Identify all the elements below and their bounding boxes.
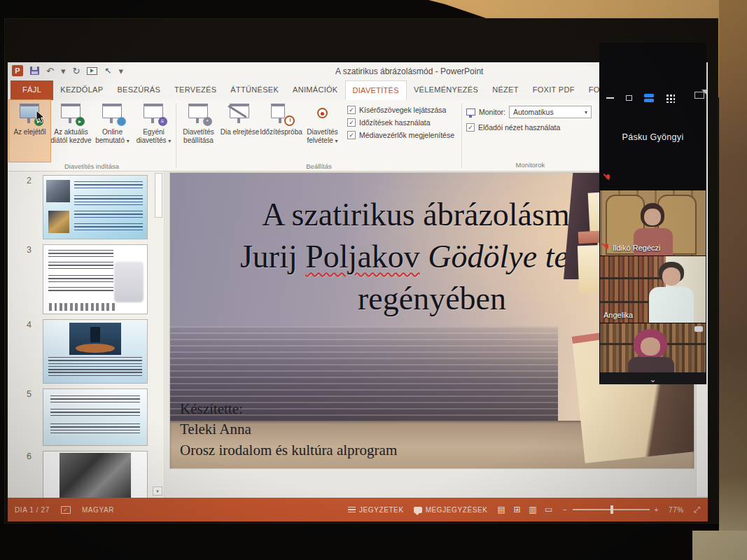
record-slideshow-icon: [310, 104, 335, 126]
tab-foxit-pdf[interactable]: FOXIT PDF: [526, 80, 582, 100]
presenter-view-checkbox[interactable]: ✓ Előadói nézet használata: [466, 123, 592, 132]
present-online-icon: [100, 104, 125, 126]
group-label-setup: Beállítás: [178, 162, 460, 172]
video-options-icon[interactable]: [694, 326, 703, 332]
zoom-level[interactable]: 77%: [669, 506, 684, 514]
dropdown-arrow-icon: ▾: [127, 138, 130, 144]
thumbnail-image: [69, 323, 121, 355]
desk-corner: [692, 531, 747, 560]
redo-icon[interactable]: ↻: [72, 66, 80, 76]
slide-5-thumbnail[interactable]: [43, 388, 148, 446]
author-name: Teleki Anna: [180, 419, 397, 440]
slide-thumbnail-3[interactable]: 3: [43, 244, 148, 314]
start-slideshow-icon[interactable]: [87, 67, 97, 75]
slide-thumbnail-6[interactable]: 6: [43, 451, 148, 498]
thumbnail-text: [48, 275, 113, 282]
tab-beszuras[interactable]: BESZÚRÁS: [110, 80, 167, 100]
touch-mode-icon[interactable]: ↖: [104, 66, 111, 76]
tab-diavetites[interactable]: DIAVETÍTÉS: [345, 80, 407, 100]
share-screen-icon[interactable]: [694, 92, 704, 99]
use-timings-checkbox[interactable]: ✓ Időzítések használata: [347, 118, 454, 127]
save-icon[interactable]: [30, 66, 39, 75]
zoom-in-button[interactable]: +: [655, 506, 659, 514]
comments-toggle[interactable]: MEGJEGYZÉSEK: [414, 506, 488, 514]
thumbnail-text: [50, 396, 140, 402]
participant-video-tile[interactable]: Angelika: [600, 255, 706, 323]
monitor-screen: P ↶ ▾ ↻ ↖ ▾ A szatirikus ábrázolásmód - …: [4, 18, 718, 524]
speaker-view-icon[interactable]: [644, 94, 654, 102]
record-slideshow-button[interactable]: Diavetítés felvétele ▾: [302, 100, 343, 162]
setup-slideshow-button[interactable]: * Diavetítés beállítása: [178, 100, 219, 162]
setup-slideshow-icon: *: [186, 104, 211, 126]
author-program: Orosz irodalom és kultúra alprogram: [180, 440, 397, 461]
custom-slideshow-button[interactable]: ≡ Egyéni diavetítés ▾: [133, 100, 174, 162]
thumbnail-scrollbar[interactable]: [155, 173, 162, 218]
present-online-label: Online bemutató ▾: [92, 128, 133, 145]
customize-qat-icon[interactable]: ▾: [118, 66, 123, 76]
dropdown-arrow-icon: ▾: [168, 138, 171, 144]
misspelled-word: Poljakov: [305, 239, 420, 274]
tab-animaciok[interactable]: ANIMÁCIÓK: [286, 80, 344, 100]
ribbon-group-setup: * Diavetítés beállítása Dia elrejtése: [178, 100, 460, 171]
spell-check-icon[interactable]: ✓: [61, 506, 71, 514]
fit-to-window-button[interactable]: ⤢: [694, 505, 701, 514]
thumbnail-scroll-down-button[interactable]: ▾: [153, 486, 162, 496]
tab-velemenyezes[interactable]: VÉLEMÉNYEZÉS: [407, 80, 485, 100]
slide-sorter-button[interactable]: ⊞: [514, 505, 522, 514]
tab-file[interactable]: FÁJL: [11, 80, 53, 100]
participant-figure: [649, 287, 694, 323]
undo-dropdown-icon[interactable]: ▾: [61, 66, 66, 76]
host-name-label: Pásku Gyöngyi: [599, 132, 706, 142]
photo-frame: P ↶ ▾ ↻ ↖ ▾ A szatirikus ábrázolásmód - …: [0, 0, 747, 560]
tab-kezdolap[interactable]: KEZDŐLAP: [53, 80, 110, 100]
play-narrations-checkbox[interactable]: ✓ Kísérőszövegek lejátszása: [347, 106, 454, 114]
hide-slide-icon: [228, 104, 253, 126]
slide-3-thumbnail[interactable]: [43, 244, 148, 314]
from-current-slide-button[interactable]: ▸ Az aktuális diától kezdve: [50, 100, 92, 162]
hide-slide-button[interactable]: Dia elrejtése: [219, 100, 260, 162]
from-beginning-button[interactable]: ▸ Az elejétől: [9, 100, 50, 162]
thumbnail-photo: [46, 180, 70, 202]
language-indicator[interactable]: MAGYAR: [82, 506, 114, 514]
slide-thumbnail-4[interactable]: 4: [43, 319, 148, 384]
ribbon-group-monitors: Monitor: Automatikus ▾ ✓ Előadói nézet h…: [463, 100, 597, 171]
tab-attunesek[interactable]: ÁTTŰNÉSEK: [223, 80, 286, 100]
tab-tervezes[interactable]: TERVEZÉS: [167, 80, 223, 100]
slide-author-textbox[interactable]: Készítette: Teleki Anna Orosz irodalom é…: [180, 399, 397, 461]
monitor-select[interactable]: Automatikus ▾: [509, 106, 592, 118]
gallery-view-icon[interactable]: [666, 94, 675, 103]
tab-nezet[interactable]: NÉZET: [485, 80, 526, 100]
ribbon-separator: [176, 103, 176, 168]
slide-thumbnail-5[interactable]: 5: [43, 388, 148, 446]
undo-icon[interactable]: ↶: [46, 66, 54, 76]
slide-thumbnail-panel: 2 3: [8, 172, 165, 498]
notes-toggle[interactable]: JEGYZETEK: [348, 506, 404, 514]
custom-slideshow-label: Egyéni diavetítés ▾: [133, 128, 174, 145]
slide-6-thumbnail[interactable]: [43, 451, 148, 498]
participant-name: Ildikó Regéczi: [613, 244, 660, 252]
muted-mic-icon: [605, 174, 611, 183]
dropdown-arrow-icon: ▾: [585, 109, 587, 115]
show-media-controls-checkbox[interactable]: ✓ Médiavezérlők megjelenítése: [347, 131, 454, 139]
slide-thumbnail-2[interactable]: 2: [43, 175, 148, 239]
thumbnail-text: [48, 287, 113, 293]
slideshow-button[interactable]: ▭: [545, 505, 553, 514]
thumbnail-text: [74, 211, 143, 218]
comments-label: MEGJEGYZÉSEK: [426, 506, 488, 514]
reading-view-button[interactable]: ▥: [529, 505, 537, 514]
checkbox-checked-icon: ✓: [347, 131, 356, 139]
zoom-slider[interactable]: [573, 509, 650, 510]
slide-4-thumbnail[interactable]: [43, 319, 148, 384]
normal-view-button[interactable]: ▤: [498, 505, 506, 514]
status-bar: DIA 1 / 27 ✓ MAGYAR JEGYZETEK MEGJEGYZÉS…: [8, 498, 708, 522]
slide-2-thumbnail[interactable]: [43, 175, 148, 239]
rehearse-timings-button[interactable]: Időzítéspróba: [260, 100, 302, 162]
minimize-icon[interactable]: [606, 97, 614, 99]
zoom-out-button[interactable]: −: [563, 506, 567, 514]
restore-icon[interactable]: [626, 95, 632, 101]
participant-video-tile[interactable]: Ildikó Regéczi: [600, 190, 706, 255]
present-online-button[interactable]: Online bemutató ▾: [92, 100, 133, 162]
use-timings-label: Időzítések használata: [359, 118, 431, 127]
monitor-icon: [466, 108, 475, 115]
collapse-videos-bar[interactable]: ⌄: [600, 372, 706, 384]
